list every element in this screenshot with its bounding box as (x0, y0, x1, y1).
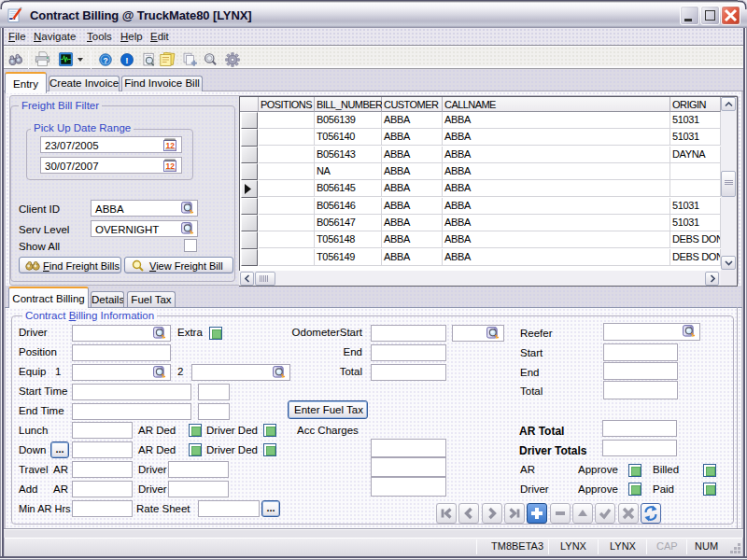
svg-text:?: ? (103, 56, 107, 65)
svg-text:!: ! (125, 55, 128, 65)
